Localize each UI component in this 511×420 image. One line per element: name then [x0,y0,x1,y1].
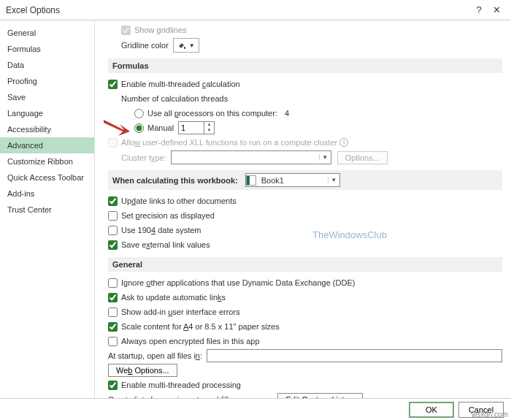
addin-errors-row: Show add-in user interface errors [108,305,502,318]
sidebar-item-advanced[interactable]: Advanced [0,137,94,153]
enable-multithread-row: Enable multi-threaded calculation [108,77,502,91]
use-all-processors-row: Use all processors on this computer: 4 [108,107,502,120]
addin-errors-label: Show add-in user interface errors [121,308,240,316]
create-lists-label: Create lists for use in sorts and fill s… [108,395,272,398]
workbook-combo[interactable]: Book1 ▼ [245,173,340,187]
ask-links-checkbox[interactable] [108,293,118,302]
dialog-footer: OK Cancel [0,398,511,420]
sidebar-item-qat[interactable]: Quick Access Toolbar [0,169,94,186]
svg-rect-0 [184,47,185,49]
ignore-dde-label: Ignore other applications that use Dynam… [121,278,355,287]
manual-threads-row: Manual ▲▼ [108,121,502,134]
gridline-color-label: Gridline color [121,41,169,50]
sidebar-item-save[interactable]: Save [0,89,94,105]
gridline-color-row: Gridline color ▼ [108,38,502,53]
date1904-label: Use 1904 date system [121,226,201,234]
date1904-row: Use 1904 date system [108,224,502,237]
close-button[interactable]: ✕ [488,3,505,18]
ignore-dde-row: Ignore other applications that use Dynam… [108,276,502,289]
chevron-down-icon: ▼ [328,177,339,183]
enable-multithread-label: Enable multi-threaded calculation [121,80,240,88]
precision-label: Set precision as displayed [121,211,215,220]
update-links-checkbox[interactable] [108,196,118,206]
content-panel: Show gridlines Gridline color ▼ Formulas… [95,20,511,398]
use-all-processors-radio[interactable] [134,109,144,118]
web-options-row: Web Options... [108,364,502,377]
spinner-arrows[interactable]: ▲▼ [204,122,214,134]
save-external-checkbox[interactable] [108,240,118,250]
workbook-name: Book1 [258,176,328,185]
precision-checkbox[interactable] [108,211,118,221]
paint-bucket-icon [177,41,186,50]
sidebar-item-data[interactable]: Data [0,57,94,73]
chevron-down-icon: ▼ [189,42,195,49]
startup-folder-row: At startup, open all files in: [108,349,502,362]
sidebar: General Formulas Data Proofing Save Lang… [0,20,95,398]
scale-content-checkbox[interactable] [108,322,118,332]
gridline-color-picker[interactable]: ▼ [173,38,199,53]
web-options-button[interactable]: Web Options... [108,364,177,377]
cluster-options-button: Options... [337,151,388,164]
enable-mt-processing-label: Enable multi-threaded processing [121,381,241,389]
always-encrypted-label: Always open encrypted files in this app [121,337,260,345]
show-gridlines-checkbox[interactable] [121,26,131,35]
ask-links-label: Ask to update automatic links [121,293,226,302]
enable-mt-processing-row: Enable multi-threaded processing [108,378,502,392]
ok-button[interactable]: OK [409,402,454,418]
enable-mt-processing-checkbox[interactable] [108,381,118,390]
site-watermark: wsxdn.com [472,411,508,419]
chevron-down-icon: ▼ [319,154,331,161]
create-lists-row: Create lists for use in sorts and fill s… [108,393,502,398]
ask-links-row: Ask to update automatic links [108,291,502,304]
sidebar-item-general[interactable]: General [0,25,94,41]
edit-custom-lists-button[interactable]: Edit Custom Lists... [277,393,363,398]
when-calc-header-text: When calculating this workbook: [112,176,238,185]
startup-folder-input[interactable] [207,349,502,362]
sidebar-item-customize-ribbon[interactable]: Customize Ribbon [0,153,94,169]
update-links-row: Update links to other documents [108,194,502,207]
ignore-dde-checkbox[interactable] [108,278,118,288]
scale-content-label: Scale content for A4 or 8.5 x 11" paper … [121,322,280,331]
save-external-row: Save external link values [108,238,502,251]
help-button[interactable]: ? [470,3,488,18]
allow-xll-row: Allow user-defined XLL functions to run … [108,136,502,149]
manual-threads-radio[interactable] [134,123,144,133]
num-threads-label-row: Number of calculation threads [108,92,502,105]
enable-multithread-checkbox[interactable] [108,80,118,89]
cluster-type-row: Cluster type: ▼ Options... [108,150,502,164]
addin-errors-checkbox[interactable] [108,308,118,317]
formulas-section-header: Formulas [108,58,502,73]
info-icon: i [339,138,348,147]
show-gridlines-row: Show gridlines [108,23,502,37]
processor-count: 4 [285,109,289,118]
when-calc-section-header: When calculating this workbook: Book1 ▼ [108,170,502,190]
manual-threads-label: Manual [147,123,174,132]
always-encrypted-row: Always open encrypted files in this app [108,335,502,348]
main-area: General Formulas Data Proofing Save Lang… [0,20,511,398]
allow-xll-checkbox [108,138,118,148]
num-threads-label: Number of calculation threads [121,94,228,103]
cluster-type-label: Cluster type: [121,153,166,162]
sidebar-item-addins[interactable]: Add-ins [0,186,94,202]
general-section-header: General [108,257,502,272]
sidebar-item-language[interactable]: Language [0,105,94,121]
manual-threads-spinner[interactable]: ▲▼ [178,121,215,134]
allow-xll-label: Allow user-defined XLL functions to run … [121,138,337,147]
save-external-label: Save external link values [121,240,210,249]
sidebar-item-trust-center[interactable]: Trust Center [0,202,94,218]
show-gridlines-label: Show gridlines [134,26,187,34]
excel-icon [246,175,256,186]
sidebar-item-formulas[interactable]: Formulas [0,41,94,57]
sidebar-item-accessibility[interactable]: Accessibility [0,121,94,137]
precision-row: Set precision as displayed [108,209,502,222]
titlebar: Excel Options ? ✕ [0,0,511,20]
use-all-processors-label: Use all processors on this computer: [147,109,277,118]
startup-folder-label: At startup, open all files in: [108,351,202,360]
cluster-type-combo: ▼ [171,150,331,164]
manual-threads-input[interactable] [179,122,204,134]
always-encrypted-checkbox[interactable] [108,337,118,346]
date1904-checkbox[interactable] [108,226,118,235]
sidebar-item-proofing[interactable]: Proofing [0,73,94,89]
window-title: Excel Options [6,5,470,15]
update-links-label: Update links to other documents [121,196,237,205]
